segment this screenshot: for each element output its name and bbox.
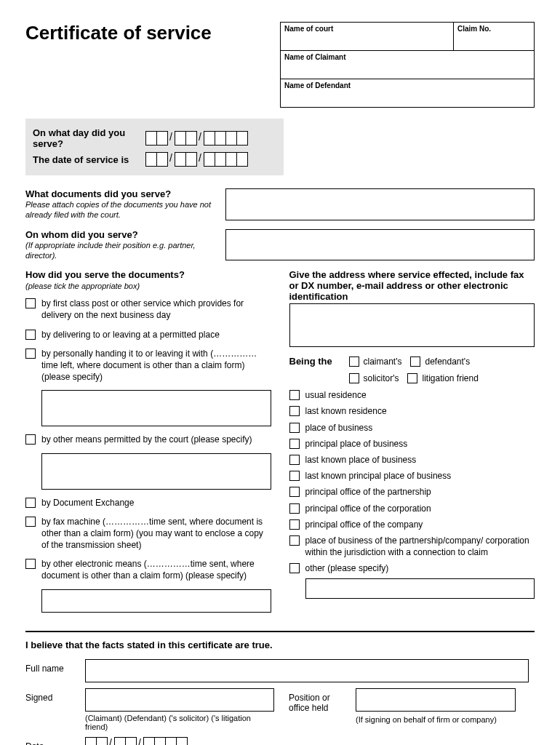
checkbox-last-known-residence[interactable] — [289, 406, 300, 416]
place-company-office: principal office of the company — [305, 519, 535, 530]
opt-fax: by fax machine (……………time sent, where do… — [41, 516, 271, 551]
checkbox-place-business[interactable] — [289, 423, 300, 433]
place-last-known-residence: last known residence — [305, 405, 535, 417]
checkbox-solicitors[interactable] — [349, 373, 359, 383]
how-served-hint: (please tick the appropriate box) — [25, 282, 271, 290]
checkbox-principal-place-business[interactable] — [289, 439, 300, 449]
checkbox-last-known-business[interactable] — [289, 455, 300, 465]
whom-served-label: On whom did you serve? (If appropriate i… — [25, 229, 215, 261]
fullname-label: Full name — [25, 659, 76, 674]
how-served-column: How did you serve the documents? (please… — [25, 269, 271, 619]
electronic-specify-box[interactable] — [41, 589, 271, 613]
documents-served-input[interactable] — [225, 188, 535, 220]
position-input[interactable] — [356, 688, 516, 712]
court-details-box: Name of court Claim No. Name of Claimant… — [280, 22, 535, 108]
other-means-specify-box[interactable] — [41, 453, 271, 490]
address-input[interactable] — [289, 303, 535, 347]
serve-day-input[interactable]: / / — [145, 131, 247, 146]
whom-served-input[interactable] — [225, 229, 535, 261]
address-head: Give the address where service effected,… — [289, 269, 535, 302]
checkbox-document-exchange[interactable] — [25, 498, 36, 508]
position-sub: (If signing on behalf of firm or company… — [356, 715, 535, 724]
checkbox-permitted-place[interactable] — [25, 330, 36, 340]
place-last-known-principal: last known principal place of business — [305, 470, 535, 482]
place-principal-business: principal place of business — [305, 438, 535, 450]
statement-of-truth: I believe that the facts stated in this … — [25, 640, 535, 650]
signed-label: Signed — [25, 688, 76, 703]
checkbox-corporation-office[interactable] — [289, 503, 300, 514]
documents-served-label: What documents did you serve? Please att… — [25, 188, 215, 220]
checkbox-other-place[interactable] — [289, 563, 300, 573]
checkbox-personally-handing[interactable] — [25, 348, 36, 359]
opt-electronic: by other electronic means (……………time sen… — [41, 558, 271, 581]
claimant-name-field[interactable]: Name of Claimant — [281, 51, 534, 79]
address-column: Give the address where service effected,… — [289, 269, 535, 619]
checkbox-claimants[interactable] — [349, 356, 359, 367]
court-name-field[interactable]: Name of court — [281, 23, 454, 50]
opt-first-class-post: by first class post or other service whi… — [41, 298, 271, 321]
service-date-label: The date of service is — [33, 154, 145, 165]
role-solicitors: solicitor's — [364, 373, 399, 383]
checkbox-defendants[interactable] — [410, 356, 420, 367]
place-partnership-office: principal office of the partnership — [305, 486, 535, 498]
place-business: place of business — [305, 422, 535, 434]
checkbox-jurisdiction-place[interactable] — [289, 535, 300, 546]
position-label: Position or office held — [289, 688, 347, 713]
checkbox-usual-residence[interactable] — [289, 390, 300, 400]
other-place-specify-box[interactable] — [305, 578, 535, 599]
place-jurisdiction: place of business of the partnership/com… — [305, 535, 535, 558]
date-block: On what day did you serve? / / The date … — [25, 119, 284, 175]
serve-day-label: On what day did you serve? — [33, 127, 145, 149]
place-last-known-business: last known place of business — [305, 454, 535, 466]
date-label: Date — [25, 737, 76, 745]
opt-document-exchange: by Document Exchange — [41, 497, 271, 509]
defendant-name-field[interactable]: Name of Defendant — [281, 79, 534, 107]
fullname-input[interactable] — [85, 659, 529, 682]
place-other: other (please specify) — [305, 562, 535, 574]
place-usual-residence: usual residence — [305, 389, 535, 401]
being-the-label: Being the — [289, 356, 340, 367]
signed-sub: (Claimant) (Defendant) ('s solicitor) ('… — [85, 714, 274, 731]
divider — [25, 631, 535, 632]
service-date-input[interactable]: / / — [145, 152, 247, 167]
how-served-head: How did you serve the documents? — [25, 269, 271, 280]
role-claimants: claimant's — [364, 356, 402, 367]
checkbox-fax[interactable] — [25, 517, 36, 527]
checkbox-electronic[interactable] — [25, 559, 36, 569]
checkbox-last-known-principal[interactable] — [289, 471, 300, 481]
page-title: Certificate of service — [25, 22, 265, 108]
opt-other-means: by other means permitted by the court (p… — [41, 434, 271, 445]
personally-specify-box[interactable] — [41, 390, 271, 426]
signature-date-input[interactable]: / / — [85, 737, 187, 745]
checkbox-first-class-post[interactable] — [25, 298, 36, 308]
checkbox-other-means[interactable] — [25, 434, 36, 445]
checkbox-litigation-friend[interactable] — [407, 373, 417, 383]
place-corporation-office: principal office of the corporation — [305, 503, 535, 514]
opt-personally-handing: by personally handing it to or leaving i… — [41, 348, 271, 383]
checkbox-partnership-office[interactable] — [289, 487, 300, 497]
opt-permitted-place: by delivering to or leaving at a permitt… — [41, 329, 271, 340]
claim-no-field[interactable]: Claim No. — [454, 23, 534, 50]
checkbox-company-office[interactable] — [289, 519, 300, 530]
role-defendants: defendant's — [425, 356, 470, 367]
signed-input[interactable] — [85, 688, 274, 712]
role-litigation-friend: litigation friend — [422, 373, 478, 383]
